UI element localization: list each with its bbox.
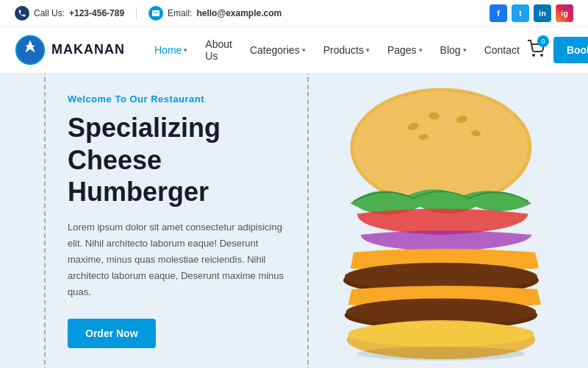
nav-pages[interactable]: Pages ▾ (380, 40, 430, 60)
svg-point-15 (348, 322, 534, 347)
email-icon (148, 6, 163, 21)
logo-area: MAKANAN (15, 35, 125, 66)
phone-label: Call Us: (34, 8, 65, 18)
nav-links: Home ▾ About Us Categories ▾ Products ▾ … (147, 34, 527, 66)
phone-icon (15, 6, 29, 21)
svg-point-16 (357, 347, 525, 361)
chevron-down-icon: ▾ (419, 46, 423, 54)
order-now-button[interactable]: Order Now (68, 319, 156, 348)
hero-description: Lorem ipsum dolor sit amet consectetur a… (68, 219, 285, 300)
nav-about[interactable]: About Us (198, 34, 240, 66)
hero-content: Welcome To Our Restaurant Specializing C… (0, 74, 353, 368)
nav-blog[interactable]: Blog ▾ (433, 40, 474, 60)
divider (136, 7, 137, 19)
social-links: f t in ig (490, 4, 573, 22)
hero-section: Welcome To Our Restaurant Specializing C… (0, 74, 588, 368)
logo-icon (15, 35, 46, 66)
nav-home-label: Home (154, 44, 182, 56)
svg-point-1 (533, 54, 534, 56)
phone-contact: Call Us: +123-456-789 (15, 6, 124, 21)
chevron-down-icon: ▾ (302, 46, 306, 54)
email-label: Email: (168, 8, 192, 18)
nav-products[interactable]: Products ▾ (316, 40, 377, 60)
nav-categories[interactable]: Categories ▾ (243, 40, 313, 60)
top-bar: Call Us: +123-456-789 Email: hello@examp… (0, 0, 588, 26)
email-address: hello@example.com (196, 8, 282, 18)
burger-svg (316, 81, 566, 361)
nav-categories-label: Categories (250, 44, 300, 56)
phone-number: +123-456-789 (69, 8, 124, 18)
nav-pages-label: Pages (387, 44, 417, 56)
nav-home[interactable]: Home ▾ (147, 40, 195, 60)
chevron-down-icon: ▾ (366, 46, 370, 54)
chevron-down-icon: ▾ (184, 46, 187, 54)
linkedin-icon[interactable]: in (534, 4, 551, 22)
hero-title: Specializing Cheese Humberger (68, 112, 285, 208)
nav-products-label: Products (323, 44, 364, 56)
top-bar-left: Call Us: +123-456-789 Email: hello@examp… (15, 6, 282, 21)
cart-icon[interactable]: 0 (527, 40, 545, 60)
nav-blog-label: Blog (440, 44, 461, 56)
svg-point-4 (354, 91, 528, 203)
cart-badge: 0 (537, 35, 549, 47)
nav-contact-label: Contact (484, 44, 520, 56)
chevron-down-icon: ▾ (463, 46, 467, 54)
hero-dashed-box: Welcome To Our Restaurant Specializing C… (44, 74, 309, 368)
brand-name: MAKANAN (51, 42, 125, 57)
nav-about-label: About Us (205, 38, 232, 62)
facebook-icon[interactable]: f (490, 4, 507, 22)
navbar: MAKANAN Home ▾ About Us Categories ▾ Pro… (0, 26, 588, 74)
twitter-icon[interactable]: t (512, 4, 529, 22)
nav-right: 0 Book A Table (527, 37, 588, 63)
nav-contact[interactable]: Contact (477, 40, 527, 60)
email-contact: Email: hello@example.com (148, 6, 282, 21)
welcome-text: Welcome To Our Restaurant (68, 93, 285, 105)
instagram-icon[interactable]: ig (556, 4, 573, 22)
svg-point-2 (541, 54, 542, 56)
book-table-button[interactable]: Book A Table (553, 37, 588, 63)
